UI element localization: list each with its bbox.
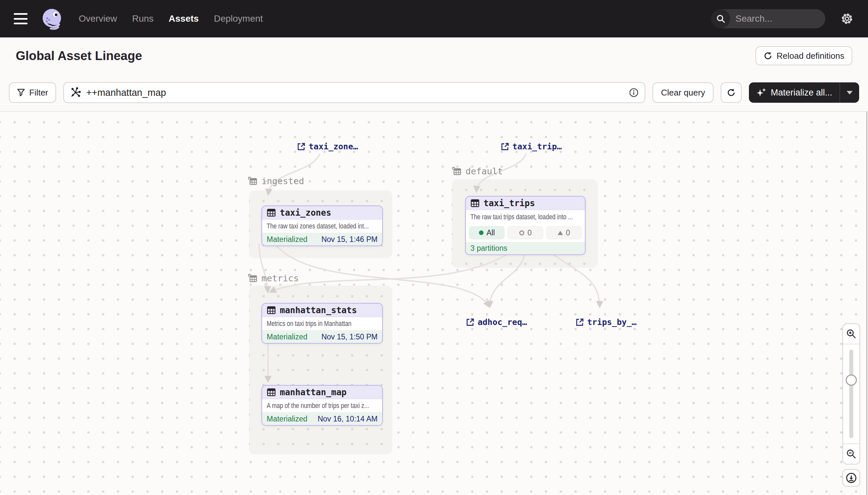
sparkle-icon bbox=[756, 87, 767, 98]
partition-health-row: All 0 0 bbox=[466, 224, 585, 242]
external-asset-adhoc-req[interactable]: adhoc_req… bbox=[466, 318, 527, 327]
lineage-canvas[interactable]: ingested default metrics taxi_z bbox=[0, 112, 868, 495]
group-tables-icon bbox=[452, 167, 462, 176]
partitions-missing-pill[interactable]: 0 bbox=[508, 226, 543, 239]
lineage-edges bbox=[0, 112, 868, 495]
asset-description: Metrics on taxi trips in Manhattan bbox=[267, 319, 351, 328]
zoom-slider-track[interactable] bbox=[849, 349, 853, 438]
table-icon bbox=[267, 306, 276, 315]
zoom-out-icon bbox=[846, 449, 856, 459]
asset-description: A map of the number of trips per taxi z.… bbox=[267, 402, 369, 410]
asset-node-taxi-zones[interactable]: taxi_zones The raw taxi zones dataset, l… bbox=[262, 205, 383, 246]
asset-title: taxi_zones bbox=[280, 208, 331, 218]
table-icon bbox=[267, 208, 276, 217]
nav-tab-runs[interactable]: Runs bbox=[132, 14, 154, 24]
zoom-controls bbox=[843, 323, 860, 464]
download-icon bbox=[845, 472, 857, 484]
search-icon bbox=[711, 9, 730, 28]
external-asset-taxi-trip[interactable]: taxi_trip… bbox=[501, 142, 562, 151]
zoom-out-button[interactable] bbox=[843, 444, 860, 464]
asset-description: The raw taxi trips dataset, loaded into … bbox=[471, 213, 573, 221]
refresh-query-button[interactable] bbox=[721, 82, 742, 103]
filter-button[interactable]: Filter bbox=[9, 82, 56, 103]
page-header: Global Asset Lineage Reload definitions bbox=[0, 37, 868, 74]
edge bbox=[268, 154, 320, 194]
op-selector-icon bbox=[70, 87, 81, 98]
global-search[interactable]: / bbox=[711, 9, 825, 28]
materialize-all-button[interactable]: Materialize all... bbox=[749, 82, 839, 103]
partitions-count[interactable]: 3 partitions bbox=[471, 244, 508, 253]
top-nav: Overview Runs Assets Deployment / bbox=[0, 0, 868, 37]
menu-icon[interactable] bbox=[14, 13, 28, 24]
external-link-icon bbox=[297, 142, 305, 151]
asset-title: manhattan_map bbox=[280, 387, 347, 397]
chevron-down-icon bbox=[847, 91, 853, 95]
external-asset-trips-by[interactable]: trips_by_… bbox=[575, 318, 637, 327]
external-link-icon bbox=[466, 318, 474, 327]
materialization-timestamp[interactable]: Nov 15, 1:46 PM bbox=[321, 235, 377, 244]
table-icon bbox=[267, 388, 276, 397]
nav-tab-deployment[interactable]: Deployment bbox=[214, 14, 263, 24]
external-link-icon bbox=[501, 142, 509, 151]
asset-selection-input[interactable] bbox=[86, 87, 624, 98]
success-dot-icon bbox=[479, 231, 483, 235]
zoom-slider-track-area bbox=[843, 344, 860, 444]
reload-definitions-button[interactable]: Reload definitions bbox=[756, 46, 852, 65]
status-badge: Materialized bbox=[267, 414, 307, 424]
materialization-timestamp[interactable]: Nov 16, 10:14 AM bbox=[318, 414, 377, 424]
viewport-scrollbar-edge bbox=[866, 112, 867, 495]
zoom-slider-thumb[interactable] bbox=[846, 375, 857, 386]
filter-funnel-icon bbox=[17, 88, 25, 97]
search-input[interactable] bbox=[730, 14, 825, 24]
dagster-logo-icon[interactable] bbox=[41, 7, 63, 30]
materialize-all-split-button: Materialize all... bbox=[749, 82, 859, 103]
settings-gear-icon[interactable] bbox=[840, 12, 854, 26]
nav-tab-assets[interactable]: Assets bbox=[169, 14, 199, 24]
partitions-all-pill[interactable]: All bbox=[469, 226, 504, 239]
reload-icon bbox=[763, 51, 773, 61]
asset-node-manhattan-map[interactable]: manhattan_map A map of the number of tri… bbox=[262, 385, 383, 426]
group-label-metrics[interactable]: metrics bbox=[248, 273, 299, 283]
asset-node-taxi-trips[interactable]: taxi_trips The raw taxi trips dataset, l… bbox=[465, 196, 586, 255]
external-link-icon bbox=[575, 318, 584, 327]
refresh-icon bbox=[727, 88, 736, 97]
asset-description: The raw taxi zones dataset, loaded int..… bbox=[267, 222, 369, 231]
materialization-timestamp[interactable]: Nov 15, 1:50 PM bbox=[321, 332, 377, 341]
group-label-default[interactable]: default bbox=[452, 166, 503, 176]
materialize-dropdown-button[interactable] bbox=[840, 82, 859, 103]
warning-triangle-icon bbox=[558, 231, 563, 235]
group-tables-icon bbox=[248, 273, 258, 283]
external-asset-taxi-zone[interactable]: taxi_zone… bbox=[297, 142, 358, 151]
asset-title: manhattan_stats bbox=[280, 305, 357, 315]
group-label-ingested[interactable]: ingested bbox=[248, 176, 304, 186]
asset-title: taxi_trips bbox=[483, 198, 535, 208]
table-icon bbox=[471, 199, 480, 208]
group-tables-icon bbox=[248, 176, 258, 186]
lineage-toolbar: Filter Clear query bbox=[0, 74, 868, 112]
clear-query-button[interactable]: Clear query bbox=[653, 82, 713, 103]
zoom-in-button[interactable] bbox=[843, 324, 860, 344]
status-badge: Materialized bbox=[267, 235, 307, 244]
export-image-button[interactable] bbox=[843, 469, 860, 487]
partitions-failed-pill[interactable]: 0 bbox=[546, 226, 582, 239]
main-nav-tabs: Overview Runs Assets Deployment bbox=[79, 14, 263, 24]
page-title: Global Asset Lineage bbox=[16, 49, 142, 63]
asset-selection-input-wrap bbox=[63, 82, 645, 103]
asset-node-manhattan-stats[interactable]: manhattan_stats Metrics on taxi trips in… bbox=[262, 303, 383, 344]
zoom-in-icon bbox=[846, 328, 856, 339]
query-info-icon[interactable] bbox=[629, 88, 639, 98]
nav-tab-overview[interactable]: Overview bbox=[79, 14, 117, 24]
status-badge: Materialized bbox=[267, 332, 307, 341]
ring-icon bbox=[519, 230, 525, 236]
